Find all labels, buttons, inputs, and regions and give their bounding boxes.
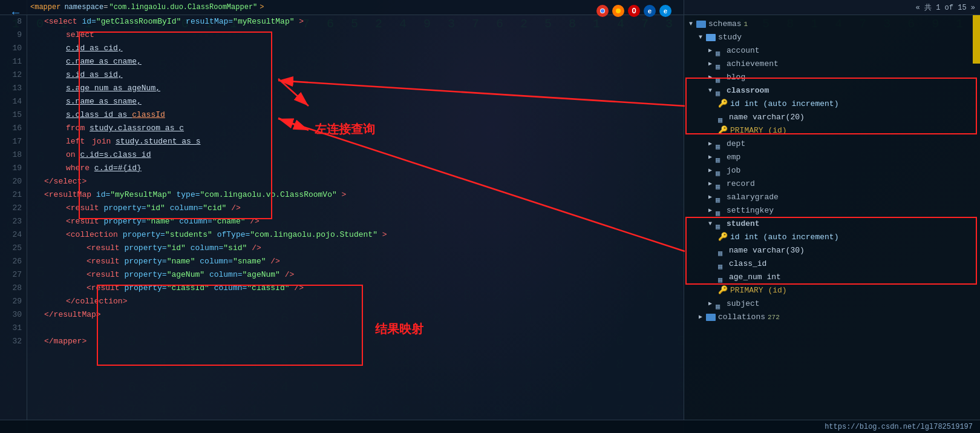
tree-item-record[interactable]: ▶ record [684, 177, 980, 191]
job-label: job [727, 164, 740, 177]
schemas-expand-icon[interactable]: ▼ [689, 18, 696, 31]
browser-icons-bar: O e e [596, 5, 671, 17]
namespace-eq: = [103, 3, 108, 12]
student-label: student [727, 217, 760, 231]
account-expand-icon[interactable]: ▶ [708, 44, 716, 58]
subject-expand-icon[interactable]: ▶ [708, 297, 716, 311]
line-num-17: 17 [0, 135, 27, 148]
line-num-26: 26 [0, 255, 27, 268]
tree-item-achievement[interactable]: ▶ achievement [684, 58, 980, 71]
dept-expand-icon[interactable]: ▶ [708, 137, 716, 151]
achievement-expand-icon[interactable]: ▶ [708, 58, 716, 71]
study-expand-icon[interactable]: ▼ [699, 31, 706, 44]
status-url: https://blog.csdn.net/lgl782519197 [825, 423, 973, 431]
line-num-28: 28 [0, 282, 27, 295]
ie-old-icon: e [644, 5, 656, 17]
classroom-col-name: name varchar(20) [684, 111, 980, 124]
salarygrade-expand-icon[interactable]: ▶ [708, 191, 716, 204]
tree-item-settingkey[interactable]: ▶ settingkey [684, 204, 980, 217]
namespace-val: "com.lingaolu.duo.ClassRoomMapper" [109, 3, 257, 12]
code-line-26: <result property="name" column="sname" /… [27, 255, 684, 268]
vertical-scrollbar[interactable] [973, 15, 980, 64]
main-container: 8 9 10 11 12 13 14 15 16 17 18 19 20 21 … [0, 0, 980, 433]
achievement-table-icon [716, 61, 724, 68]
back-button[interactable]: ← [12, 6, 19, 20]
student-col-name: name varchar(30) [684, 244, 980, 257]
line-num-9: 9 [0, 28, 27, 42]
tree-item-subject[interactable]: ▶ subject [684, 297, 980, 311]
dept-table-icon [716, 140, 724, 148]
achievement-label: achievement [727, 58, 779, 71]
student-col-class-id: class_id [684, 257, 980, 271]
code-line-15: s.class_id as classId [27, 108, 684, 122]
col-icon-classroom-name [718, 114, 727, 121]
dept-label: dept [727, 137, 745, 151]
classroom-id-label: id int (auto increment) [730, 98, 838, 111]
code-line-11: c.name as cname, [27, 55, 684, 68]
line-num-22: 22 [0, 202, 27, 215]
tree-item-dept[interactable]: ▶ dept [684, 137, 980, 151]
student-expand-icon[interactable]: ▼ [708, 217, 716, 231]
classroom-col-primary: 🔑 PRIMARY (id) [684, 124, 980, 137]
tree-item-account[interactable]: ▶ account [684, 44, 980, 58]
tree-item-salarygrade[interactable]: ▶ salarygrade [684, 191, 980, 204]
mapper-tag: <mapper [30, 3, 60, 12]
db-tree: ▼ schemas 1 ▼ study ▶ account ▶ ac [684, 15, 980, 433]
collations-node[interactable]: ▶ collations 272 [684, 311, 980, 324]
collations-label: collations [718, 311, 765, 324]
job-expand-icon[interactable]: ▶ [708, 164, 716, 177]
db-panel-header: « 共 1 of 15 » [684, 0, 980, 15]
code-line-19: where c.id=#{id} [27, 162, 684, 175]
schemas-node[interactable]: ▼ schemas 1 [684, 18, 980, 31]
code-line-31 [27, 322, 684, 335]
record-expand-icon[interactable]: ▶ [708, 177, 716, 191]
classroom-expand-icon[interactable]: ▼ [708, 84, 716, 98]
student-agenum-label: age_num int [729, 271, 781, 284]
mapper-namespace-bar: <mapper namespace = "com.lingaolu.duo.Cl… [0, 0, 684, 15]
code-line-25: <result property="id" column="sid" /> [27, 242, 684, 255]
line-num-13: 13 [0, 82, 27, 95]
tree-item-job[interactable]: ▶ job [684, 164, 980, 177]
col-icon-student-name [718, 247, 727, 254]
settingkey-expand-icon[interactable]: ▶ [708, 204, 716, 217]
line-numbers: 8 9 10 11 12 13 14 15 16 17 18 19 20 21 … [0, 0, 27, 433]
code-line-29: </collection> [27, 295, 684, 308]
tree-item-blog[interactable]: ▶ blog [684, 71, 980, 84]
code-line-14: s.name as sname, [27, 95, 684, 108]
code-line-22: <result property="id" column="cid" /> [27, 202, 684, 215]
mapper-close: > [260, 3, 264, 12]
svg-text:e: e [648, 8, 652, 15]
line-num-24: 24 [0, 228, 27, 242]
classroom-primary-label: PRIMARY (id) [730, 124, 787, 137]
account-table-icon [716, 47, 724, 55]
schemas-folder-icon [696, 21, 706, 28]
tree-item-classroom[interactable]: ▼ classroom [684, 84, 980, 98]
salarygrade-table-icon [716, 194, 724, 201]
tree-item-emp[interactable]: ▶ emp [684, 151, 980, 164]
settingkey-table-icon [716, 207, 724, 214]
svg-point-2 [601, 9, 604, 13]
svg-text:O: O [632, 7, 636, 16]
emp-expand-icon[interactable]: ▶ [708, 151, 716, 164]
code-line-13: s.age_num as ageNum, [27, 82, 684, 95]
code-line-24: <collection property="students" ofType="… [27, 228, 684, 242]
student-col-age-num: age_num int [684, 271, 980, 284]
salarygrade-label: salarygrade [727, 191, 779, 204]
blog-expand-icon[interactable]: ▶ [708, 71, 716, 84]
tree-item-student[interactable]: ▼ student [684, 217, 980, 231]
study-node[interactable]: ▼ study [684, 31, 980, 44]
schemas-label: schemas [708, 18, 742, 31]
schemas-count: 1 [744, 18, 748, 31]
line-num-23: 23 [0, 215, 27, 228]
code-line-8: <select id="getClassRoomById" resultMap=… [27, 15, 684, 28]
line-num-19: 19 [0, 162, 27, 175]
line-num-20: 20 [0, 175, 27, 188]
blog-table-icon [716, 74, 724, 81]
key-icon-student-primary: 🔑 [718, 284, 728, 297]
student-col-id: 🔑 id int (auto increment) [684, 231, 980, 244]
code-line-32: </mapper> [27, 335, 684, 348]
line-num-29: 29 [0, 295, 27, 308]
collations-expand-icon[interactable]: ▶ [699, 311, 706, 324]
key-icon-classroom-primary: 🔑 [718, 124, 728, 137]
student-id-label: id int (auto increment) [730, 231, 838, 244]
